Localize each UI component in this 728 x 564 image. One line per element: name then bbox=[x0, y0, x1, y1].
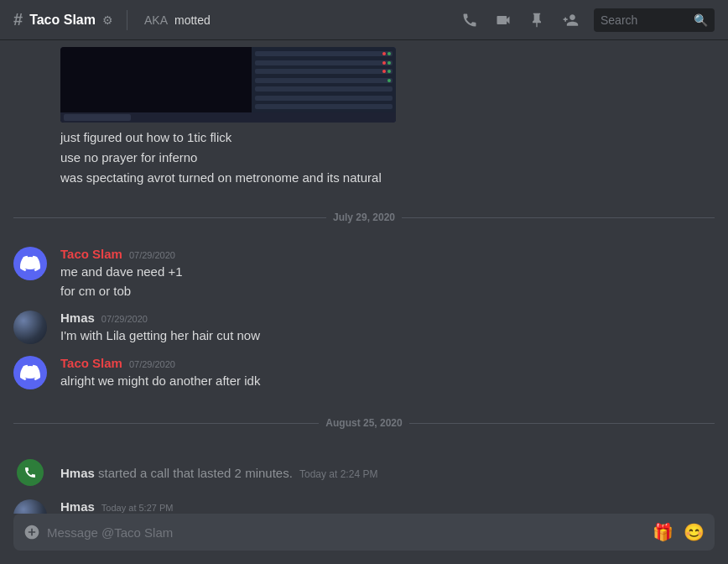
date-text-july: July 29, 2020 bbox=[333, 212, 395, 223]
video-icon[interactable] bbox=[493, 10, 513, 30]
message-group-hmas-1: Hmas 07/29/2020 I'm with Lila getting he… bbox=[0, 307, 728, 349]
message-content-hmas-2: Hmas Today at 5:27 PM Dude where is the … bbox=[60, 499, 715, 514]
timestamp-taco-2: 07/29/2020 bbox=[129, 359, 175, 369]
timestamp-taco-1: 07/29/2020 bbox=[129, 250, 175, 260]
taskbar-input bbox=[64, 114, 131, 121]
screenshot-row-3 bbox=[255, 69, 393, 74]
screenshot-image bbox=[60, 47, 396, 123]
timestamp-hmas-2: Today at 5:27 PM bbox=[101, 503, 174, 513]
top-bar-left: # Taco Slam ⚙ AKA motted bbox=[13, 10, 453, 30]
message-header-taco-1: Taco Slam 07/29/2020 bbox=[60, 247, 715, 261]
avatar-hmas-1 bbox=[13, 311, 47, 344]
channel-name: Taco Slam bbox=[29, 13, 96, 28]
system-text-call: Hmas started a call that lasted 2 minute… bbox=[60, 466, 377, 480]
avatar-taco-2 bbox=[13, 356, 47, 389]
username-taco-2: Taco Slam bbox=[60, 356, 122, 370]
screenshot-row-7 bbox=[255, 104, 393, 109]
avatar-hmas-2 bbox=[13, 499, 47, 514]
image-area bbox=[0, 40, 728, 126]
timestamp-hmas-1: 07/29/2020 bbox=[101, 314, 148, 324]
message-text-taco-1a: me and dave need +1 bbox=[60, 263, 715, 282]
date-text-august: August 25, 2020 bbox=[325, 417, 402, 429]
input-right-icons: 🎁 😊 bbox=[653, 522, 705, 542]
date-line-right-aug bbox=[409, 423, 715, 424]
message-group-taco-2: Taco Slam 07/29/2020 alright we might do… bbox=[0, 352, 728, 394]
screenshot-row-6 bbox=[255, 96, 393, 101]
message-input-wrap[interactable]: 🎁 😊 bbox=[13, 514, 715, 551]
channel-settings-icon[interactable]: ⚙ bbox=[102, 13, 113, 27]
message-header-hmas-1: Hmas 07/29/2020 bbox=[60, 311, 715, 325]
system-message-call: Hmas started a call that lasted 2 minute… bbox=[0, 452, 728, 493]
username-hmas-2: Hmas bbox=[60, 499, 95, 514]
message-content-hmas-1: Hmas 07/29/2020 I'm with Lila getting he… bbox=[60, 311, 715, 346]
message-text-taco-2: alright we might do another after idk bbox=[60, 372, 715, 391]
system-call-time: Today at 2:24 PM bbox=[299, 468, 377, 480]
message-group-taco-1: Taco Slam 07/29/2020 me and dave need +1… bbox=[0, 243, 728, 304]
screenshot-row-5 bbox=[255, 86, 393, 91]
date-line-left-aug bbox=[13, 423, 319, 424]
aka-label: AKA bbox=[144, 13, 168, 27]
message-group-hmas-2: Hmas Today at 5:27 PM Dude where is the … bbox=[0, 496, 728, 514]
date-line-right bbox=[402, 217, 715, 218]
top-bar: # Taco Slam ⚙ AKA motted bbox=[0, 0, 728, 40]
phone-icon bbox=[17, 459, 44, 486]
system-call-text: started a call that lasted 2 minutes. bbox=[98, 466, 293, 480]
screenshot-row-2 bbox=[255, 60, 393, 65]
screenshot-row-1 bbox=[255, 51, 393, 56]
search-icon: 🔍 bbox=[694, 13, 708, 27]
attach-icon[interactable] bbox=[23, 524, 40, 540]
screenshot-dark-panel bbox=[60, 47, 252, 123]
message-content-taco-1: Taco Slam 07/29/2020 me and dave need +1… bbox=[60, 247, 715, 300]
text-line-2: use no prayer for inferno bbox=[60, 148, 715, 168]
search-bar[interactable]: 🔍 bbox=[594, 8, 715, 32]
screenshot-row-4 bbox=[255, 78, 393, 83]
message-input[interactable] bbox=[47, 525, 646, 540]
screenshot-taskbar bbox=[60, 112, 396, 123]
bottom-bar: 🎁 😊 bbox=[0, 514, 728, 564]
date-separator-august: August 25, 2020 bbox=[0, 404, 728, 442]
add-member-icon[interactable] bbox=[560, 10, 580, 30]
message-header-taco-2: Taco Slam 07/29/2020 bbox=[60, 356, 715, 370]
message-header-hmas-2: Hmas Today at 5:27 PM bbox=[60, 499, 715, 514]
screenshot-right-panel bbox=[252, 47, 396, 123]
screenshot-inner bbox=[60, 47, 396, 123]
date-separator-july: July 29, 2020 bbox=[0, 198, 728, 237]
top-bar-icons: 🔍 bbox=[460, 8, 715, 32]
call-icon[interactable] bbox=[460, 10, 480, 30]
system-username-call: Hmas bbox=[60, 466, 95, 480]
emoji-icon[interactable]: 😊 bbox=[684, 522, 705, 542]
aka-value: motted bbox=[174, 13, 211, 27]
system-icon-call bbox=[13, 456, 47, 489]
message-list: just figured out how to 1tic flick use n… bbox=[0, 40, 728, 514]
pin-icon[interactable] bbox=[527, 10, 547, 30]
username-hmas-1: Hmas bbox=[60, 311, 95, 325]
text-line-3: was spectating avrot turned on metronome… bbox=[60, 168, 715, 188]
search-input[interactable] bbox=[601, 13, 689, 27]
top-bar-divider bbox=[127, 10, 127, 30]
date-line-left bbox=[13, 217, 326, 218]
avatar-taco-1 bbox=[13, 247, 47, 280]
message-content-taco-2: Taco Slam 07/29/2020 alright we might do… bbox=[60, 356, 715, 391]
text-line-1: just figured out how to 1tic flick bbox=[60, 128, 715, 148]
channel-hash-icon: # bbox=[13, 10, 23, 29]
message-text-taco-1b: for cm or tob bbox=[60, 282, 715, 301]
username-taco-1: Taco Slam bbox=[60, 247, 122, 261]
continuation-texts: just figured out how to 1tic flick use n… bbox=[0, 126, 728, 191]
gift-icon[interactable]: 🎁 bbox=[653, 522, 673, 542]
message-text-hmas-1: I'm with Lila getting her hair cut now bbox=[60, 326, 715, 346]
